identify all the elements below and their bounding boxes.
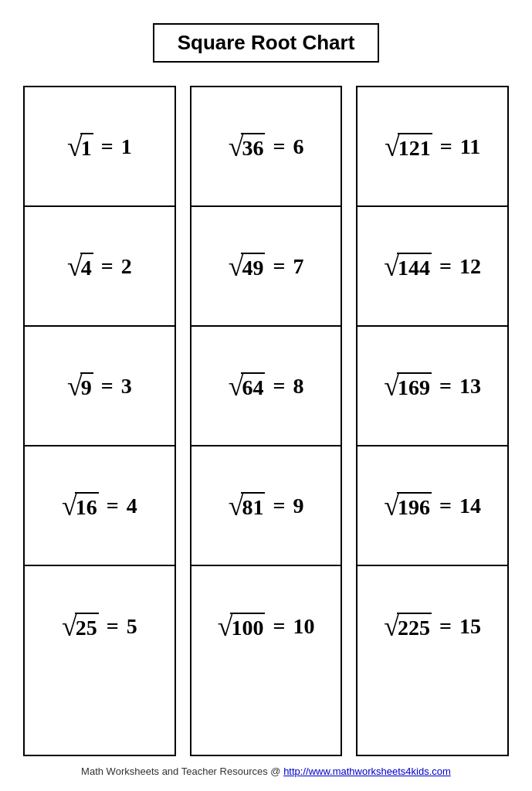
- math-expr-1-2: √4=2: [67, 253, 132, 280]
- math-expr-2-3: √64=8: [229, 372, 304, 400]
- math-expr-1-5: √25=5: [62, 613, 137, 640]
- cell-3-4: √196=14: [357, 446, 507, 566]
- math-expr-1-4: √16=4: [62, 492, 137, 520]
- math-expr-3-1: √121=11: [385, 133, 480, 161]
- result-value: 6: [293, 134, 303, 159]
- sqrt-symbol: √169: [384, 372, 432, 400]
- cell-3-1: √121=11: [357, 87, 507, 207]
- cell-3-2: √144=12: [357, 207, 507, 327]
- math-expr-1-1: √1=1: [67, 133, 132, 161]
- cell-2-3: √64=8: [191, 327, 341, 446]
- sqrt-symbol: √9: [67, 372, 93, 400]
- footer-link[interactable]: http://www.mathworksheets4kids.com: [283, 766, 451, 777]
- cell-3-5: √225=15: [357, 566, 507, 686]
- sqrt-symbol: √25: [62, 613, 99, 640]
- sqrt-symbol: √4: [67, 253, 93, 280]
- cell-2-4: √81=9: [191, 446, 341, 566]
- column-3: √121=11√144=12√169=13√196=14√225=15: [356, 86, 509, 756]
- sqrt-symbol: √121: [385, 133, 432, 161]
- column-2: √36=6√49=7√64=8√81=9√100=10: [190, 86, 343, 756]
- result-value: 15: [459, 614, 481, 639]
- page-wrapper: Square Root Chart √1=1√4=2√9=3√16=4√25=5…: [0, 0, 532, 791]
- equals-sign: =: [101, 374, 114, 399]
- result-value: 4: [127, 494, 137, 518]
- math-expr-2-4: √81=9: [229, 492, 304, 520]
- footer: Math Worksheets and Teacher Resources @ …: [81, 766, 451, 783]
- equals-sign: =: [439, 374, 452, 399]
- sqrt-symbol: √1: [67, 133, 93, 161]
- math-expr-2-2: √49=7: [229, 253, 304, 280]
- column-1: √1=1√4=2√9=3√16=4√25=5: [23, 86, 176, 756]
- equals-sign: =: [439, 614, 452, 639]
- equals-sign: =: [273, 374, 285, 399]
- result-value: 3: [121, 374, 132, 399]
- result-value: 11: [460, 134, 480, 159]
- page-title: Square Root Chart: [178, 31, 355, 54]
- cell-1-2: √4=2: [25, 207, 175, 327]
- math-expr-3-3: √169=13: [384, 372, 481, 400]
- result-value: 9: [293, 494, 303, 518]
- title-box: Square Root Chart: [153, 23, 380, 63]
- radicand: 169: [397, 372, 432, 400]
- result-value: 13: [459, 374, 481, 399]
- equals-sign: =: [440, 134, 452, 159]
- equals-sign: =: [101, 254, 114, 279]
- result-value: 1: [121, 134, 132, 159]
- radicand: 64: [241, 372, 265, 400]
- cell-2-5: √100=10: [191, 566, 341, 686]
- equals-sign: =: [273, 494, 285, 518]
- equals-sign: =: [107, 494, 119, 518]
- sqrt-symbol: √49: [229, 253, 266, 280]
- cell-2-2: √49=7: [191, 207, 341, 327]
- cell-1-4: √16=4: [25, 446, 175, 566]
- sqrt-symbol: √225: [384, 613, 432, 640]
- math-expr-2-5: √100=10: [218, 613, 315, 640]
- result-value: 8: [293, 374, 303, 399]
- radicand: 49: [241, 253, 265, 280]
- math-expr-2-1: √36=6: [229, 133, 304, 161]
- math-expr-1-3: √9=3: [67, 372, 132, 400]
- equals-sign: =: [107, 614, 119, 639]
- math-expr-3-4: √196=14: [384, 492, 481, 520]
- math-expr-3-5: √225=15: [384, 613, 481, 640]
- radicand: 196: [397, 492, 432, 520]
- result-value: 10: [293, 614, 314, 639]
- sqrt-symbol: √16: [62, 492, 99, 520]
- sqrt-symbol: √64: [229, 372, 266, 400]
- radicand: 100: [230, 613, 265, 640]
- sqrt-symbol: √144: [384, 253, 432, 280]
- columns-container: √1=1√4=2√9=3√16=4√25=5√36=6√49=7√64=8√81…: [23, 86, 509, 756]
- result-value: 7: [293, 254, 303, 279]
- equals-sign: =: [439, 494, 452, 518]
- sqrt-symbol: √36: [229, 133, 266, 161]
- result-value: 2: [121, 254, 132, 279]
- result-value: 12: [459, 254, 481, 279]
- radicand: 36: [241, 133, 265, 161]
- equals-sign: =: [273, 134, 285, 159]
- result-value: 14: [459, 494, 481, 518]
- radicand: 16: [75, 492, 99, 520]
- equals-sign: =: [273, 254, 285, 279]
- radicand: 9: [80, 372, 93, 400]
- radicand: 121: [398, 133, 432, 161]
- footer-text: Math Worksheets and Teacher Resources @: [81, 766, 283, 777]
- radicand: 25: [75, 613, 99, 640]
- result-value: 5: [127, 614, 137, 639]
- radicand: 144: [397, 253, 432, 280]
- radicand: 81: [241, 492, 265, 520]
- math-expr-3-2: √144=12: [384, 253, 481, 280]
- equals-sign: =: [273, 614, 285, 639]
- sqrt-symbol: √100: [218, 613, 266, 640]
- equals-sign: =: [439, 254, 452, 279]
- cell-3-3: √169=13: [357, 327, 507, 446]
- radicand: 1: [80, 133, 93, 161]
- radicand: 225: [397, 613, 432, 640]
- cell-1-5: √25=5: [25, 566, 175, 686]
- cell-1-3: √9=3: [25, 327, 175, 446]
- sqrt-symbol: √81: [229, 492, 266, 520]
- radicand: 4: [80, 253, 93, 280]
- sqrt-symbol: √196: [384, 492, 432, 520]
- equals-sign: =: [101, 134, 114, 159]
- cell-2-1: √36=6: [191, 87, 341, 207]
- cell-1-1: √1=1: [25, 87, 175, 207]
